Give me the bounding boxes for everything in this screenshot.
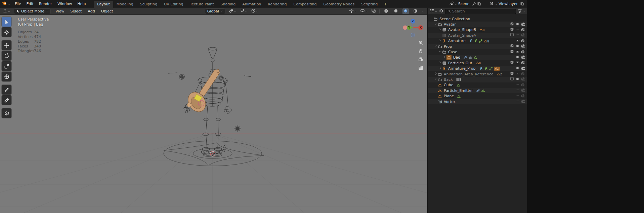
eye-disabled-icon[interactable]	[516, 27, 520, 33]
workspace-tab-compositing[interactable]: Compositing	[290, 1, 320, 8]
render-camera-icon[interactable]	[521, 38, 525, 44]
viewport-canvas[interactable]	[0, 15, 427, 213]
render-checkbox-checked[interactable]	[510, 60, 514, 66]
shading-dropdown[interactable]	[422, 8, 425, 14]
render-camera-icon[interactable]	[521, 33, 525, 38]
menu-render[interactable]: Render	[36, 1, 55, 7]
expand-icon[interactable]	[443, 55, 446, 60]
workspace-tab-shading[interactable]: Shading	[217, 1, 239, 8]
workspace-tab-uv-editing[interactable]: UV Editing	[161, 1, 186, 8]
shading-solid-button[interactable]	[393, 8, 399, 14]
collapse-icon[interactable]	[438, 50, 442, 55]
menu-object[interactable]: Object	[100, 9, 115, 14]
outliner-row-animation-area-reference[interactable]: Animation_Area_Reference2	[428, 71, 527, 77]
workspace-tab-geometry-nodes[interactable]: Geometry Nodes	[320, 1, 358, 8]
render-camera-icon[interactable]	[521, 82, 525, 88]
workspace-tab-texture-paint[interactable]: Texture Paint	[187, 1, 217, 8]
render-camera-icon[interactable]	[521, 44, 525, 49]
render-camera-icon[interactable]	[521, 88, 525, 93]
transform-orientation-select[interactable]: Global	[205, 8, 225, 14]
expand-icon[interactable]	[434, 72, 438, 76]
outliner-row-particle-emitter[interactable]: Particle_Emitter	[428, 88, 527, 93]
zoom-button[interactable]	[417, 39, 424, 47]
add-workspace-button[interactable]: +	[381, 1, 390, 8]
hide-eye-icon[interactable]	[515, 44, 520, 49]
workspace-tab-sculpting[interactable]: Sculpting	[137, 1, 161, 8]
render-camera-icon[interactable]	[521, 66, 525, 71]
render-camera-icon[interactable]	[521, 60, 525, 66]
hide-eye-icon[interactable]	[515, 22, 520, 27]
gizmo-axis-neg-x[interactable]	[403, 26, 407, 30]
hide-eye-icon[interactable]	[515, 55, 520, 60]
search-input[interactable]	[452, 9, 514, 13]
render-camera-icon[interactable]	[521, 99, 525, 104]
workspace-tab-scripting[interactable]: Scripting	[358, 1, 381, 8]
render-camera-icon[interactable]	[521, 71, 525, 77]
hide-eye-icon[interactable]	[515, 66, 520, 71]
render-checkbox-unchecked[interactable]	[510, 33, 514, 38]
render-checkbox-checked[interactable]	[510, 49, 514, 55]
expand-icon[interactable]	[438, 66, 442, 71]
render-camera-icon[interactable]	[521, 94, 525, 99]
menu-add[interactable]: Add	[86, 9, 96, 14]
hide-eye-icon[interactable]	[515, 38, 520, 44]
pan-hand-button[interactable]	[417, 48, 424, 55]
collapse-icon[interactable]	[434, 22, 438, 27]
empty-sphere[interactable]	[179, 74, 184, 79]
menu-file[interactable]: File	[12, 1, 24, 7]
tool-add-cube-button[interactable]	[2, 108, 11, 118]
camera-view-button[interactable]	[417, 56, 424, 64]
outliner-row-avatar-shapeb[interactable]: Avatar_ShapeB8	[428, 27, 527, 33]
eye-disabled-icon[interactable]	[516, 94, 520, 99]
collapse-icon[interactable]	[434, 44, 438, 49]
render-checkbox-checked[interactable]	[510, 22, 514, 27]
eye-disabled-icon[interactable]	[516, 99, 520, 104]
workspace-tab-rendering[interactable]: Rendering	[264, 1, 290, 8]
eye-disabled-icon[interactable]	[516, 88, 520, 93]
render-camera-icon[interactable]	[521, 27, 525, 33]
mode-select[interactable]: Object Mode	[14, 8, 51, 14]
eye-disabled-icon[interactable]	[516, 82, 520, 88]
outliner-row-plane[interactable]: Plane	[428, 93, 527, 99]
expand-icon[interactable]	[438, 28, 442, 32]
render-checkbox-checked[interactable]	[510, 44, 514, 49]
render-checkbox-unchecked[interactable]	[510, 77, 514, 82]
scene-selector[interactable]: Scene	[448, 0, 471, 7]
expand-icon[interactable]	[434, 77, 438, 82]
tool-transform-button[interactable]	[2, 72, 11, 81]
outliner-row-cube[interactable]: Cube	[428, 82, 527, 88]
display-mode-button[interactable]	[439, 8, 443, 14]
render-camera-icon[interactable]	[521, 55, 525, 60]
render-checkbox-checked[interactable]	[510, 71, 514, 77]
tool-annotate-button[interactable]	[2, 85, 11, 95]
outliner-row-back[interactable]: Back3	[428, 77, 527, 82]
xray-toggle[interactable]	[371, 8, 376, 14]
shading-wireframe-button[interactable]	[383, 8, 389, 14]
outliner-row-armature-prop[interactable]: Armature_Prop2	[428, 66, 527, 71]
tool-rotate-button[interactable]	[2, 51, 11, 61]
menu-help[interactable]: Help	[75, 1, 88, 7]
empty-sphere[interactable]	[235, 126, 240, 131]
render-camera-icon[interactable]	[521, 77, 525, 82]
show-overlays-button[interactable]	[360, 8, 368, 14]
editor-type-button[interactable]	[3, 8, 10, 14]
navigation-gizmo[interactable]: Z Y X	[399, 17, 426, 41]
hide-eye-icon[interactable]	[515, 49, 520, 55]
outliner-search[interactable]	[445, 9, 516, 14]
outliner-editor-type-button[interactable]	[430, 8, 437, 14]
gizmo-axis-neg-z[interactable]	[411, 33, 415, 37]
hide-eye-icon[interactable]	[515, 77, 520, 82]
pivot-point-button[interactable]	[229, 8, 237, 14]
outliner-row-scene-collection[interactable]: Scene Collection	[428, 16, 527, 22]
blender-menu-button[interactable]	[0, 1, 12, 7]
viewlayer-selector[interactable]: ViewLayer	[488, 0, 519, 7]
workspace-tab-modeling[interactable]: Modeling	[113, 1, 137, 8]
filter-button[interactable]	[518, 8, 525, 14]
menu-window[interactable]: Window	[55, 1, 75, 7]
render-camera-icon[interactable]	[521, 49, 525, 55]
render-checkbox-checked[interactable]	[510, 27, 514, 33]
proportional-edit-button[interactable]	[251, 8, 259, 14]
tool-tweak-select-button[interactable]	[2, 17, 11, 27]
outliner-row-armature[interactable]: Armature8	[428, 38, 527, 44]
outliner-row-vortex[interactable]: Vortex	[428, 99, 527, 104]
